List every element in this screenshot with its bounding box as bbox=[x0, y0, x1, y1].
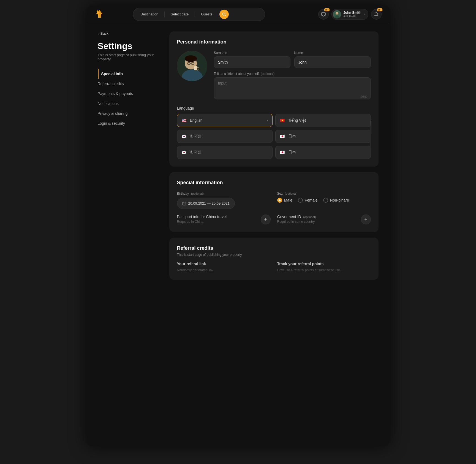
flag-icon-kr2: 🇰🇷 bbox=[181, 149, 187, 155]
passport-info-item: Passport info for China travel Required … bbox=[177, 215, 271, 224]
destination-pill[interactable]: Destination bbox=[135, 10, 163, 18]
referral-track-col: Track your referral points How use a ref… bbox=[277, 262, 371, 272]
guests-pill[interactable]: Guests bbox=[196, 10, 217, 18]
page-subtitle: This is start page of publishing your pr… bbox=[98, 53, 158, 61]
sex-options: Male Female Non-binare bbox=[277, 198, 371, 203]
birthday-label: Birthday (optional) bbox=[177, 192, 271, 196]
scrollbar[interactable] bbox=[370, 121, 371, 134]
search-button[interactable] bbox=[219, 10, 229, 19]
name-label: Name bbox=[294, 51, 371, 55]
search-divider-1 bbox=[164, 12, 165, 17]
flag-icon-us: 🇺🇸 bbox=[181, 117, 187, 123]
language-option-label: English bbox=[190, 118, 203, 123]
birthday-group: Birthday (optional) bbox=[177, 192, 271, 209]
about-textarea-wrapper: 0/360 bbox=[214, 77, 371, 101]
back-label: Back bbox=[100, 31, 108, 36]
page-title: Settings bbox=[98, 41, 158, 51]
sex-option-male[interactable]: Male bbox=[277, 198, 292, 203]
language-section: Language 🇺🇸 English ▾ 🇻🇳 Tiếng Việt bbox=[177, 106, 371, 159]
avatar bbox=[333, 10, 341, 18]
govid-sub: Required in some country bbox=[277, 220, 316, 224]
svg-rect-14 bbox=[194, 66, 197, 70]
sidebar-item-label: Payments & payouts bbox=[98, 91, 133, 96]
content-area: Personal information bbox=[169, 31, 379, 280]
plus-icon: + bbox=[264, 217, 267, 222]
profile-photo-image bbox=[177, 51, 207, 81]
char-count: 0/360 bbox=[360, 95, 367, 98]
flag-icon-jp1: 🇯🇵 bbox=[279, 133, 285, 139]
flag-icon-jp2: 🇯🇵 bbox=[279, 149, 285, 155]
sex-group: Sex (optional) Male Female bbox=[277, 192, 371, 209]
referral-link-title: Your referal link bbox=[177, 262, 271, 266]
avatar-image bbox=[333, 10, 341, 18]
messages-button[interactable]: 99+ bbox=[318, 9, 329, 20]
user-menu-button[interactable]: John Smith 400 TRAIL ▾ bbox=[331, 9, 368, 20]
referral-track-title: Track your referral points bbox=[277, 262, 371, 266]
user-name: John Smith bbox=[343, 11, 361, 15]
main-content: ‹ Back Settings This is start page of pu… bbox=[87, 23, 390, 288]
name-group: Name bbox=[294, 51, 371, 68]
special-info-card: Special information Birthday (optional) bbox=[169, 172, 379, 232]
surname-input[interactable] bbox=[214, 56, 290, 68]
birthday-date-input[interactable]: 20.09.2021 — 25.09.2021 bbox=[177, 198, 235, 209]
language-option-label: 日本 bbox=[288, 150, 296, 155]
language-option-korean2[interactable]: 🇰🇷 한국인 bbox=[177, 146, 273, 159]
sidebar-item-referral-credits[interactable]: Referral credits bbox=[98, 79, 153, 89]
personal-info-top: Surname Name Tell us a little bit about … bbox=[177, 51, 371, 101]
search-divider-2 bbox=[195, 12, 195, 17]
about-textarea[interactable] bbox=[214, 77, 371, 99]
sidebar-item-privacy-sharing[interactable]: Privacy & sharing bbox=[98, 108, 153, 118]
radio-nonbinary bbox=[323, 198, 328, 203]
chevron-down-icon: ▾ bbox=[363, 13, 365, 16]
special-info-title: Special information bbox=[177, 180, 371, 186]
sidebar-item-special-info[interactable]: Special info bbox=[98, 69, 153, 79]
language-option-japanese2[interactable]: 🇯🇵 日本 bbox=[275, 146, 371, 159]
back-link[interactable]: ‹ Back bbox=[98, 31, 158, 36]
header-right: 99+ John Smith 400 TRAIL ▾ bbox=[318, 9, 382, 20]
language-option-korean1[interactable]: 🇰🇷 한국인 bbox=[177, 130, 273, 143]
govid-add-button[interactable]: + bbox=[361, 215, 371, 224]
referral-credits-subtitle: This is start page of publishing your pr… bbox=[177, 253, 371, 257]
header-search-bar[interactable]: Destination Select date Guests bbox=[133, 8, 265, 21]
language-option-label: 日本 bbox=[288, 134, 296, 139]
sidebar-item-notifications[interactable]: Notifications bbox=[98, 99, 153, 108]
radio-female bbox=[298, 198, 303, 203]
profile-photo[interactable] bbox=[177, 51, 207, 81]
chevron-left-icon: ‹ bbox=[98, 31, 99, 36]
language-option-japanese1[interactable]: 🇯🇵 日本 bbox=[275, 130, 371, 143]
birthday-value: 20.09.2021 — 25.09.2021 bbox=[188, 201, 230, 205]
special-info-grid: Birthday (optional) bbox=[177, 192, 371, 209]
passport-row: Passport info for China travel Required … bbox=[177, 215, 371, 224]
language-option-english[interactable]: 🇺🇸 English ▾ bbox=[177, 114, 273, 127]
name-input[interactable] bbox=[294, 56, 371, 68]
sidebar-item-login-security[interactable]: Login & security bbox=[98, 118, 153, 128]
messages-badge: 99+ bbox=[324, 8, 330, 12]
sex-option-nonbinary[interactable]: Non-binare bbox=[323, 198, 349, 203]
sex-male-label: Male bbox=[284, 198, 292, 202]
notifications-badge: 99+ bbox=[377, 8, 383, 12]
language-option-vietnamese[interactable]: 🇻🇳 Tiếng Việt bbox=[275, 114, 371, 127]
sidebar-nav: Special info Referral credits Payments &… bbox=[98, 69, 153, 128]
notifications-button[interactable]: 99+ bbox=[371, 9, 382, 20]
about-group: Tell us a little bit about yourself (opt… bbox=[214, 72, 371, 101]
referral-credits-card: Referral credits This is start page of p… bbox=[169, 238, 379, 280]
language-option-label: 한국인 bbox=[190, 150, 202, 155]
sidebar-item-label: Special info bbox=[101, 72, 123, 76]
referral-credits-title: Referral credits bbox=[177, 245, 371, 251]
chevron-down-icon: ▾ bbox=[267, 119, 268, 122]
language-option-label: 한국인 bbox=[190, 134, 202, 139]
passport-info-sub: Required in China bbox=[177, 220, 227, 224]
user-trail: 400 TRAIL bbox=[343, 15, 361, 18]
govid-text: Goverment ID (optional) Required in some… bbox=[277, 215, 316, 224]
logo bbox=[94, 9, 104, 20]
sidebar-item-label: Referral credits bbox=[98, 82, 124, 86]
sidebar-item-payments-payouts[interactable]: Payments & payouts bbox=[98, 89, 153, 99]
referral-track-sub: How use a referral points at sumrise of … bbox=[277, 268, 371, 272]
select-date-pill[interactable]: Select date bbox=[166, 10, 194, 18]
language-grid: 🇺🇸 English ▾ 🇻🇳 Tiếng Việt 🇰🇷 한국인 bbox=[177, 114, 371, 159]
sex-female-label: Female bbox=[305, 198, 318, 202]
sex-option-female[interactable]: Female bbox=[298, 198, 318, 203]
sex-nonbinary-label: Non-binare bbox=[330, 198, 349, 202]
passport-add-button[interactable]: + bbox=[261, 215, 271, 224]
referral-link-col: Your referal link Randomly generated lin… bbox=[177, 262, 271, 272]
